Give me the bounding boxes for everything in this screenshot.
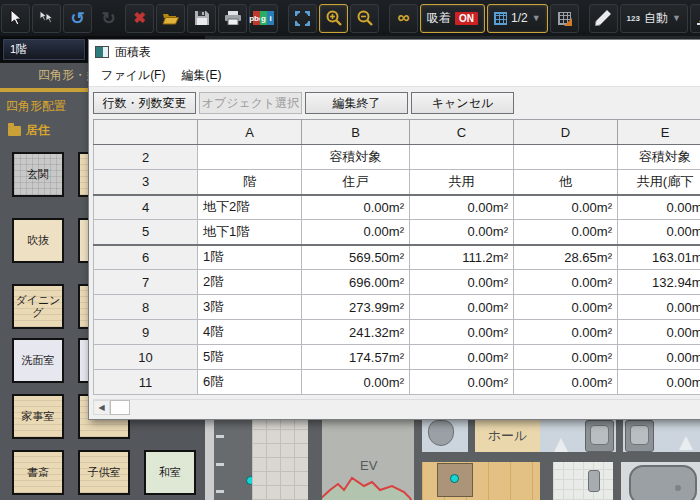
category-residence[interactable]: 居住 [8,122,50,139]
finish-edit-button[interactable]: 編集終了 [305,92,408,114]
table-cell[interactable]: 共用 [410,170,514,195]
table-cell[interactable]: 地下1階 [198,220,302,245]
redo-icon[interactable]: ↻ [94,4,123,33]
horizontal-scrollbar[interactable]: ◀ [93,399,700,415]
table-cell[interactable]: 28.65m² [514,245,618,270]
table-cell[interactable]: 0.00m² [618,295,700,320]
select-cursor-icon[interactable] [1,4,30,33]
fit-view-icon[interactable] [288,4,317,33]
table-cell[interactable]: 111.2m² [410,245,514,270]
dialog-titlebar[interactable]: 面積表 [89,40,700,64]
table-cell[interactable]: 住戸 [302,170,410,195]
row-header[interactable]: 4 [94,195,198,220]
table-cell[interactable]: 0.00m² [514,345,618,370]
infinity-icon[interactable]: ∞ [389,4,418,33]
divider-line-dropdown[interactable]: 等分線 ▼ [690,4,700,33]
table-cell[interactable]: 569.50m² [302,245,410,270]
scrollbar-thumb[interactable] [110,400,130,415]
room-button-washitsu[interactable]: 和室 [144,450,196,495]
canvas-ruler[interactable] [205,420,214,500]
row-header[interactable]: 9 [94,320,198,345]
row-header[interactable]: 3 [94,170,198,195]
room-button-kaji[interactable]: 家事室 [12,394,64,439]
row-header[interactable]: 2 [94,145,198,170]
table-cell[interactable]: 0.00m² [410,320,514,345]
table-cell[interactable]: 容積対象 [618,145,700,170]
save-icon[interactable] [187,4,216,33]
table-cell[interactable]: 0.00m² [514,270,618,295]
change-rows-cols-button[interactable]: 行数・列数変更 [93,92,196,114]
table-cell[interactable]: 696.00m² [302,270,410,295]
table-cell[interactable]: 2階 [198,270,302,295]
room-button-senmen[interactable]: 洗面室 [12,338,64,383]
row-header[interactable]: 7 [94,270,198,295]
table-cell[interactable]: 0.00m² [618,345,700,370]
object-select-button[interactable]: オブジェクト選択 [199,92,302,114]
table-cell[interactable]: 273.99m² [302,295,410,320]
table-cell[interactable]: 0.00m² [410,345,514,370]
zoom-in-icon[interactable] [319,4,348,33]
table-cell[interactable]: 0.00m² [514,320,618,345]
table-cell[interactable]: 0.00m² [514,220,618,245]
multi-select-icon[interactable] [32,4,61,33]
table-cell[interactable]: 241.32m² [302,320,410,345]
table-cell[interactable]: 0.00m² [514,195,618,220]
print-icon[interactable] [218,4,247,33]
auto-number-dropdown[interactable]: 123 自動 ▼ [620,4,688,33]
table-cell[interactable]: 0.00m² [514,295,618,320]
pen-icon[interactable] [589,4,618,33]
room-button-fukinuke[interactable]: 吹抜 [12,218,64,263]
zoom-out-icon[interactable] [350,4,379,33]
table-cell[interactable]: 容積対象 [302,145,410,170]
room-button-genkan[interactable]: 玄関 [12,152,64,197]
table-cell[interactable]: 地下2階 [198,195,302,220]
column-header[interactable]: E [618,120,700,145]
table-cell[interactable]: 4階 [198,320,302,345]
table-cell[interactable]: 0.00m² [618,370,700,395]
floorplan-canvas[interactable]: EV ホール [205,420,700,500]
floor-selector[interactable]: 1階 [2,38,86,61]
column-header[interactable]: A [198,120,302,145]
table-cell[interactable]: 174.57m² [302,345,410,370]
table-cell[interactable]: 0.00m² [410,220,514,245]
table-cell[interactable]: 0.00m² [410,270,514,295]
table-cell[interactable]: 0.00m² [514,370,618,395]
grid-settings-icon[interactable] [550,4,579,33]
drag-handle[interactable] [450,474,459,483]
table-cell[interactable]: 0.00m² [618,320,700,345]
table-cell[interactable]: 0.00m² [410,195,514,220]
table-cell[interactable]: 1階 [198,245,302,270]
column-header[interactable]: B [302,120,410,145]
pbd-icon[interactable]: pbdgi [249,4,278,33]
table-cell[interactable]: 他 [514,170,618,195]
table-cell[interactable] [514,145,618,170]
table-cell[interactable] [198,145,302,170]
scroll-left-arrow[interactable]: ◀ [93,400,110,415]
table-cell[interactable]: 6階 [198,370,302,395]
table-cell[interactable] [410,145,514,170]
table-cell[interactable]: 132.94m² [618,270,700,295]
table-cell[interactable]: 163.01m² [618,245,700,270]
table-cell[interactable]: 階 [198,170,302,195]
table-cell[interactable]: 0.00m² [410,295,514,320]
table-cell[interactable]: 0.00m² [302,370,410,395]
column-header[interactable] [94,120,198,145]
undo-icon[interactable]: ↺ [63,4,92,33]
table-cell[interactable]: 0.00m² [410,370,514,395]
column-header[interactable]: C [410,120,514,145]
room-button-shosai[interactable]: 書斎 [12,450,64,495]
table-cell[interactable]: 0.00m² [302,220,410,245]
room-button-kodomo[interactable]: 子供室 [78,450,130,495]
row-header[interactable]: 8 [94,295,198,320]
room-button-dining[interactable]: ダイニング [12,284,64,329]
row-header[interactable]: 6 [94,245,198,270]
row-header[interactable]: 5 [94,220,198,245]
table-cell[interactable]: 3階 [198,295,302,320]
table-cell[interactable]: 0.00m² [618,195,700,220]
table-cell[interactable]: 0.00m² [618,220,700,245]
menu-edit[interactable]: 編集(E) [175,65,227,86]
column-header[interactable]: D [514,120,618,145]
cancel-button[interactable]: キャンセル [411,92,514,114]
grid-scale-dropdown[interactable]: 1/2 ▼ [487,4,548,33]
table-cell[interactable]: 5階 [198,345,302,370]
